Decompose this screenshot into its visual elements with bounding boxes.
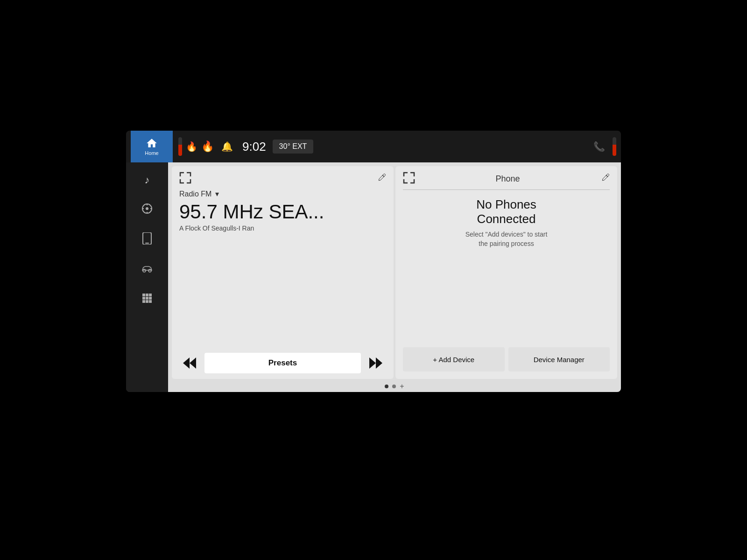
radio-panel-header [179, 172, 386, 186]
car-infotainment-screen: Home 🔥 🔥 🔔 9:02 30° EXT 📞 [126, 131, 621, 392]
temp-bar-fill-right [613, 145, 616, 156]
svg-rect-12 [149, 294, 152, 296]
dot-1[interactable] [385, 385, 388, 388]
home-button[interactable]: Home [131, 131, 173, 162]
radio-song: A Flock Of Seagulls-I Ran [179, 224, 386, 232]
svg-rect-15 [149, 297, 152, 300]
no-phones-title: No PhonesConnected [403, 197, 610, 226]
phone-panel-header: Phone [403, 172, 610, 190]
radio-type-dropdown[interactable]: ▾ [215, 189, 219, 198]
vehicle-icon [141, 264, 154, 276]
right-temp-indicator [613, 137, 616, 156]
phone-status-icon: 📞 [593, 141, 605, 152]
phone-edit-icon[interactable] [600, 173, 610, 184]
svg-point-9 [148, 269, 151, 272]
svg-line-22 [606, 175, 608, 177]
svg-rect-16 [142, 300, 145, 303]
sidebar-item-navigation[interactable] [131, 197, 163, 223]
phone-icon [142, 232, 152, 247]
add-device-button[interactable]: + Add Device [403, 347, 505, 371]
svg-marker-20 [183, 357, 196, 369]
add-panel-button[interactable]: + [400, 382, 404, 391]
svg-rect-18 [149, 300, 152, 303]
radio-frequency: 95.7 MHz SEA... [179, 201, 386, 223]
panels-row: Radio FM ▾ 95.7 MHz SEA... A Flock Of Se… [168, 162, 621, 381]
phone-panel: Phone No PhonesConnected Select "Add dev… [395, 166, 617, 379]
presets-button[interactable]: Presets [204, 353, 361, 373]
svg-rect-10 [142, 294, 145, 296]
phone-buttons: + Add Device Device Manager [403, 347, 610, 371]
notification-bell-icon[interactable]: 🔔 [221, 141, 233, 152]
radio-panel: Radio FM ▾ 95.7 MHz SEA... A Flock Of Se… [172, 166, 394, 379]
time-display: 9:02 [242, 140, 266, 154]
svg-rect-11 [146, 294, 148, 296]
radio-controls: Presets [179, 353, 386, 373]
radio-edit-icon[interactable] [377, 173, 386, 184]
svg-rect-14 [146, 297, 148, 300]
svg-line-19 [382, 175, 384, 177]
prev-track-button[interactable] [179, 353, 200, 373]
sidebar-item-apps[interactable] [131, 287, 163, 313]
temp-bar-left [178, 137, 182, 156]
radio-type-label: Radio FM [179, 190, 211, 198]
music-icon: ♪ [145, 174, 150, 186]
left-temp-indicator [178, 137, 182, 156]
sidebar-item-phone[interactable] [131, 227, 163, 253]
navigation-icon [141, 203, 153, 217]
home-label: Home [145, 150, 158, 156]
svg-point-1 [146, 207, 148, 210]
dot-2[interactable] [392, 385, 396, 388]
status-bar: Home 🔥 🔥 🔔 9:02 30° EXT 📞 [126, 131, 621, 162]
next-track-button[interactable] [366, 353, 386, 373]
svg-rect-17 [146, 300, 148, 303]
sidebar: ♪ [126, 162, 168, 392]
flame-icon-2: 🔥 [201, 140, 214, 153]
main-content: ♪ [126, 162, 621, 392]
device-manager-button[interactable]: Device Manager [508, 347, 610, 371]
home-icon [146, 137, 158, 149]
apps-grid-icon [141, 293, 153, 307]
phone-panel-title: Phone [495, 174, 520, 184]
temp-bar-fill [178, 145, 182, 156]
svg-marker-21 [369, 357, 382, 369]
sidebar-item-vehicle[interactable] [131, 257, 163, 283]
radio-type-row: Radio FM ▾ [179, 189, 386, 198]
no-phones-subtitle: Select "Add devices" to startthe pairing… [403, 230, 610, 248]
phone-expand-icon[interactable] [403, 172, 415, 186]
exterior-temp: 30° EXT [273, 140, 314, 154]
temp-bar-right [613, 137, 616, 156]
sidebar-item-music[interactable]: ♪ [131, 167, 163, 193]
svg-rect-13 [142, 297, 145, 300]
panel-area: Radio FM ▾ 95.7 MHz SEA... A Flock Of Se… [168, 162, 621, 392]
flame-icon-1: 🔥 [186, 141, 197, 152]
radio-expand-icon[interactable] [179, 172, 191, 186]
svg-point-8 [143, 269, 146, 272]
svg-rect-7 [145, 243, 149, 244]
dots-navigation: + [168, 381, 621, 392]
